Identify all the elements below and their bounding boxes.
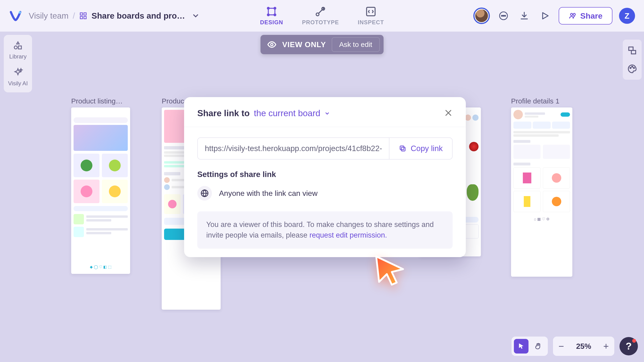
frame-product-listing[interactable]: Product listing… ◆ ◯ ♡ ◧ ⬚ bbox=[71, 97, 130, 274]
svg-point-15 bbox=[503, 15, 504, 16]
zoom-value[interactable]: 25% bbox=[570, 342, 598, 351]
cursor-tool-pair bbox=[512, 336, 548, 356]
svg-marker-17 bbox=[543, 13, 548, 19]
permission-text: Anyone with the link can view bbox=[219, 189, 318, 198]
tab-inspect[interactable]: INSPECT bbox=[358, 6, 384, 26]
top-bar: Visily team / Share boards and pro… DESI… bbox=[0, 0, 644, 32]
tab-design[interactable]: DESIGN bbox=[260, 6, 283, 26]
modal-title: Share link to bbox=[197, 108, 250, 118]
breadcrumb[interactable]: Visily team / Share boards and pro… bbox=[29, 11, 200, 20]
svg-rect-4 bbox=[84, 16, 86, 19]
close-icon[interactable] bbox=[444, 109, 452, 118]
request-edit-link[interactable]: request edit permission. bbox=[310, 231, 387, 239]
frame-profile-details[interactable]: Profile details 1 ⌂ ▦ ♡ ⚙ bbox=[511, 97, 572, 277]
zoom-out-button[interactable]: − bbox=[553, 341, 570, 352]
annotation-cursor-icon bbox=[372, 252, 407, 288]
zoom-control: − 25% + bbox=[553, 336, 614, 356]
topbar-right: Share Z bbox=[473, 7, 635, 24]
svg-rect-32 bbox=[400, 146, 404, 150]
share-button[interactable]: Share bbox=[559, 7, 613, 24]
svg-rect-31 bbox=[402, 147, 405, 151]
help-button[interactable]: ? bbox=[620, 337, 638, 356]
download-icon[interactable] bbox=[517, 9, 531, 23]
bottom-right-controls: − 25% + ? bbox=[512, 336, 638, 356]
svg-point-0 bbox=[18, 11, 21, 14]
chevron-down-icon[interactable] bbox=[192, 12, 200, 20]
share-url-input[interactable] bbox=[198, 138, 389, 159]
play-icon[interactable] bbox=[538, 9, 552, 23]
pointer-tool[interactable] bbox=[514, 339, 528, 354]
share-link-row: Copy link bbox=[197, 138, 452, 160]
svg-rect-1 bbox=[80, 13, 83, 15]
share-modal: Share link to the current board Copy lin… bbox=[184, 97, 466, 257]
chevron-down-icon bbox=[324, 110, 330, 116]
hand-tool[interactable] bbox=[531, 339, 546, 354]
svg-point-8 bbox=[267, 14, 269, 16]
zoom-in-button[interactable]: + bbox=[598, 341, 614, 352]
breadcrumb-separator: / bbox=[73, 11, 75, 20]
current-user-avatar[interactable]: Z bbox=[619, 8, 635, 24]
breadcrumb-board[interactable]: Share boards and pro… bbox=[92, 11, 185, 20]
board-icon bbox=[79, 12, 87, 20]
svg-point-16 bbox=[504, 15, 506, 16]
app-logo-icon bbox=[9, 9, 22, 22]
svg-point-19 bbox=[573, 14, 575, 16]
svg-point-14 bbox=[502, 15, 502, 16]
copy-link-button[interactable]: Copy link bbox=[389, 138, 452, 159]
globe-icon bbox=[197, 186, 212, 200]
viewer-notice: You are a viewer of this board. To make … bbox=[197, 212, 452, 249]
svg-rect-2 bbox=[84, 13, 86, 15]
breadcrumb-team[interactable]: Visily team bbox=[29, 11, 68, 20]
svg-rect-12 bbox=[366, 7, 375, 16]
svg-point-6 bbox=[267, 7, 269, 9]
share-scope-select[interactable]: the current board bbox=[254, 108, 330, 118]
comments-icon[interactable] bbox=[496, 9, 510, 23]
svg-point-7 bbox=[274, 7, 276, 9]
mode-tabs: DESIGN PROTOTYPE INSPECT bbox=[260, 6, 384, 26]
svg-rect-3 bbox=[80, 16, 83, 19]
permission-row: Anyone with the link can view bbox=[197, 186, 452, 200]
collaborator-avatar[interactable] bbox=[473, 8, 490, 24]
copy-icon bbox=[399, 145, 406, 152]
svg-point-18 bbox=[570, 14, 572, 16]
tab-prototype[interactable]: PROTOTYPE bbox=[302, 6, 339, 26]
settings-title: Settings of share link bbox=[197, 170, 452, 179]
modal-header: Share link to the current board bbox=[184, 97, 466, 127]
svg-point-9 bbox=[274, 14, 276, 16]
